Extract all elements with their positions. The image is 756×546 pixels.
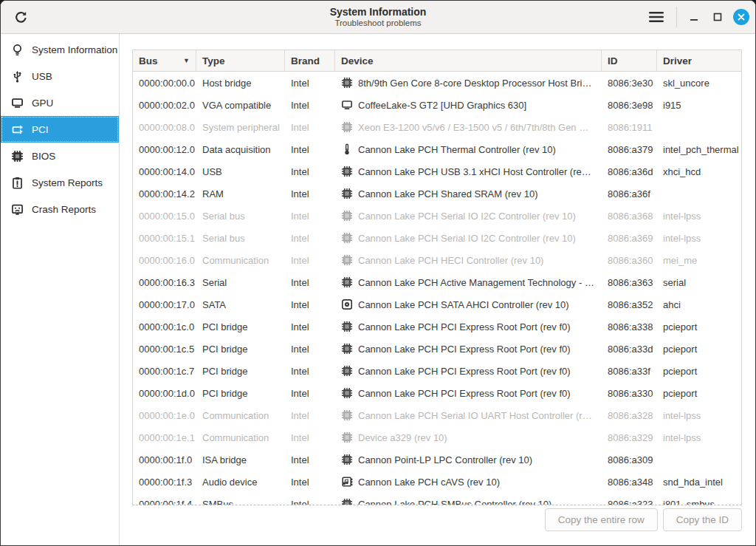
lightbulb-icon <box>10 42 24 57</box>
cell-device: Cannon Lake PCH PCI Express Root Port (r… <box>335 382 602 404</box>
column-header-brand[interactable]: Brand <box>285 50 335 71</box>
table-row[interactable]: 0000:00:12.0 Data acquisition Intel Cann… <box>133 138 741 160</box>
table-row[interactable]: 0000:00:1e.0 Communication Intel Cannon … <box>133 404 741 426</box>
cell-id: 8086:a363 <box>602 271 657 293</box>
cell-device: Cannon Lake PCH USB 3.1 xHCI Host Contro… <box>335 160 602 182</box>
cell-device: Cannon Lake PCH Serial IO I2C Controller… <box>335 227 602 249</box>
table-row[interactable]: 0000:00:1c.7 PCI bridge Intel Cannon Lak… <box>133 360 741 382</box>
cell-device: 8th/9th Gen Core 8-core Desktop Processo… <box>335 72 602 94</box>
table-row[interactable]: 0000:00:1f.4 SMBus Intel Cannon Lake PCH… <box>133 493 741 505</box>
menu-button[interactable] <box>645 6 667 28</box>
cell-driver: i801_smbus <box>657 493 741 505</box>
table-row[interactable]: 0000:00:16.0 Communication Intel Cannon … <box>133 249 741 271</box>
copy-entire-row-button[interactable]: Copy the entire row <box>545 508 658 531</box>
sidebar-item-system-reports[interactable]: System Reports <box>1 169 119 196</box>
table-row[interactable]: 0000:00:14.0 USB Intel Cannon Lake PCH U… <box>133 160 741 182</box>
cell-driver: pcieport <box>657 315 741 338</box>
cell-id: 8086:a352 <box>602 293 657 315</box>
cell-type: PCI bridge <box>196 338 285 360</box>
table-row[interactable]: 0000:00:1c.5 PCI bridge Intel Cannon Lak… <box>133 338 741 360</box>
cell-id: 8086:a309 <box>602 448 657 471</box>
column-header-bus[interactable]: Bus ▼ <box>133 50 196 71</box>
cell-brand: Intel <box>285 382 335 404</box>
column-header-device[interactable]: Device <box>335 50 602 71</box>
copy-id-button[interactable]: Copy the ID <box>663 508 742 531</box>
sidebar-item-label: System Reports <box>32 177 103 188</box>
cell-driver: skl_uncore <box>657 72 741 94</box>
cell-device: Cannon Lake PCH HECI Controller (rev 10) <box>335 249 602 271</box>
sidebar-item-label: System Information <box>32 44 117 55</box>
device-type-icon <box>341 188 353 199</box>
cell-brand: Intel <box>285 138 335 160</box>
table-row[interactable]: 0000:00:16.3 Serial Intel Cannon Lake PC… <box>133 271 741 293</box>
cell-driver <box>657 116 741 138</box>
device-type-icon <box>341 121 353 133</box>
footer-actions: Copy the entire row Copy the ID <box>545 508 742 531</box>
column-header-driver[interactable]: Driver <box>657 50 741 71</box>
sidebar-item-bios[interactable]: BIOS <box>1 143 119 169</box>
cell-driver: pcieport <box>657 382 741 404</box>
table-row[interactable]: 0000:00:1d.0 PCI bridge Intel Cannon Lak… <box>133 382 741 404</box>
cell-id: 8086:a330 <box>602 382 657 404</box>
cell-id: 8086:a360 <box>602 249 657 271</box>
cell-bus: 0000:00:17.0 <box>133 293 196 315</box>
table-row[interactable]: 0000:00:14.2 RAM Intel Cannon Lake PCH S… <box>133 182 741 205</box>
sidebar-item-gpu[interactable]: GPU <box>1 89 119 116</box>
cell-bus: 0000:00:1e.0 <box>133 404 196 426</box>
cell-brand: Intel <box>285 315 335 338</box>
cell-brand: Intel <box>285 116 335 138</box>
sort-descending-icon: ▼ <box>183 57 190 64</box>
cell-brand: Intel <box>285 72 335 94</box>
close-button[interactable] <box>733 9 749 25</box>
cell-driver: intel-lpss <box>657 205 741 227</box>
cell-device: Cannon Point-LP LPC Controller (rev 10) <box>335 448 602 471</box>
sidebar-item-usb[interactable]: USB <box>1 63 119 89</box>
cell-device: Cannon Lake PCH PCI Express Root Port (r… <box>335 315 602 338</box>
pci-device-table: Bus ▼ Type Brand Device ID Driver 0000:0… <box>132 50 742 505</box>
table-row[interactable]: 0000:00:02.0 VGA compatible Intel Coffee… <box>133 94 741 116</box>
minimize-button[interactable] <box>684 7 704 27</box>
column-header-id[interactable]: ID <box>602 50 657 71</box>
cell-type: PCI bridge <box>196 360 285 382</box>
column-header-type[interactable]: Type <box>196 50 285 71</box>
cell-device: Cannon Lake PCH Shared SRAM (rev 10) <box>335 182 602 205</box>
pci-card-icon <box>10 122 24 137</box>
table-row[interactable]: 0000:00:00.0 Host bridge Intel 8th/9th G… <box>133 72 741 94</box>
cell-driver: pcieport <box>657 360 741 382</box>
sidebar-item-crash-reports[interactable]: Crash Reports <box>1 196 119 222</box>
device-type-icon <box>341 99 353 111</box>
titlebar-separator <box>676 7 677 27</box>
sidebar-item-system-information[interactable]: System Information <box>1 36 119 63</box>
cell-bus: 0000:00:16.3 <box>133 271 196 293</box>
cell-driver: mei_me <box>657 249 741 271</box>
table-row[interactable]: 0000:00:1e.1 Communication Intel Device … <box>133 426 741 448</box>
table-row[interactable]: 0000:00:17.0 SATA Intel Cannon Lake PCH … <box>133 293 741 315</box>
table-row[interactable]: 0000:00:1c.0 PCI bridge Intel Cannon Lak… <box>133 315 741 338</box>
cell-bus: 0000:00:15.0 <box>133 205 196 227</box>
sidebar-item-pci[interactable]: PCI <box>1 116 119 143</box>
cell-id: 8086:3e30 <box>602 72 657 94</box>
refresh-icon <box>14 10 28 24</box>
table-row[interactable]: 0000:00:15.1 Serial bus Intel Cannon Lak… <box>133 227 741 249</box>
device-type-icon <box>341 409 353 421</box>
content-area: Bus ▼ Type Brand Device ID Driver 0000:0… <box>120 34 755 545</box>
cell-driver: xhci_hcd <box>657 160 741 182</box>
cell-driver: serial <box>657 271 741 293</box>
refresh-button[interactable] <box>10 6 32 28</box>
table-row[interactable]: 0000:00:08.0 System peripheral Intel Xeo… <box>133 116 741 138</box>
cell-id: 8086:a36d <box>602 160 657 182</box>
table-row[interactable]: 0000:00:1f.3 Audio device Intel Cannon L… <box>133 471 741 493</box>
device-type-icon <box>341 232 353 244</box>
cell-device: Device a329 (rev 10) <box>335 426 602 448</box>
table-row[interactable]: 0000:00:15.0 Serial bus Intel Cannon Lak… <box>133 205 741 227</box>
clipboard-icon <box>10 175 24 190</box>
table-row[interactable]: 0000:00:1f.0 ISA bridge Intel Cannon Poi… <box>133 448 741 471</box>
cell-id: 8086:a348 <box>602 471 657 493</box>
maximize-button[interactable] <box>708 7 727 27</box>
cell-device: Cannon Lake PCH PCI Express Root Port (r… <box>335 338 602 360</box>
cell-brand: Intel <box>285 205 335 227</box>
cell-brand: Intel <box>285 293 335 315</box>
hamburger-icon <box>649 12 664 22</box>
cell-type: Communication <box>196 404 285 426</box>
device-type-icon <box>341 498 353 505</box>
